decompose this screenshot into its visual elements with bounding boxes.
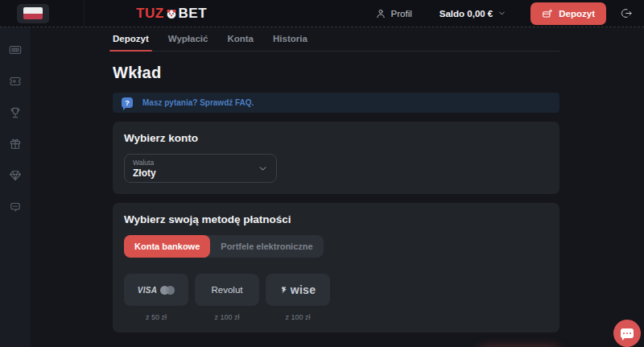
- gift-icon: [8, 137, 23, 151]
- sidebar-item-gifts[interactable]: [0, 128, 31, 159]
- account-card: Wybierz konto Waluta Złoty: [113, 122, 559, 194]
- currency-select-value: Złoty: [133, 167, 156, 179]
- chat-icon: [8, 200, 23, 214]
- currency-select-label: Waluta: [133, 159, 156, 167]
- logo-text-red: TUZ: [136, 6, 164, 22]
- visa-mastercard-tile[interactable]: VISA: [124, 274, 188, 306]
- wise-tile[interactable]: Wise: [266, 274, 330, 306]
- payment-card-title: Wybierz swoją metodę płatności: [124, 213, 548, 225]
- sidebar-item-casino[interactable]: [0, 34, 31, 65]
- tab-konta[interactable]: Konta: [227, 34, 254, 51]
- logout-button[interactable]: [621, 7, 633, 19]
- payment-type-bank[interactable]: Konta bankowe: [124, 235, 210, 258]
- chat-bubble-icon: [621, 328, 634, 338]
- wise-logo: Wise: [280, 283, 316, 296]
- body-row: Depozyt Wypłacić Konta Historia Wkład ? …: [0, 27, 644, 347]
- live-chat-fab[interactable]: [613, 320, 641, 347]
- payment-methods: VISA z 50 zł Revolut z 100 zł: [124, 274, 548, 321]
- topbar-right: Profil Saldo 0,00 € Depozyt: [375, 2, 644, 25]
- profile-button[interactable]: Profil: [375, 8, 412, 19]
- poland-flag-icon: [23, 7, 43, 19]
- payment-method-wise: Wise z 100 zł: [266, 274, 330, 321]
- tab-wyplacic[interactable]: Wypłacić: [168, 34, 208, 51]
- app-window: TUZ BET Profil Saldo 0,00 €: [0, 0, 644, 347]
- main-area: Depozyt Wypłacić Konta Historia Wkład ? …: [31, 27, 644, 347]
- mastercard-logo: [160, 286, 175, 295]
- min-amount-label: z 100 zł: [285, 313, 310, 321]
- sidebar-nav: [0, 27, 31, 347]
- sidebar-item-vip[interactable]: [0, 159, 31, 191]
- account-card-title: Wybierz konto: [124, 132, 548, 144]
- profile-icon: [375, 8, 386, 19]
- chevron-down-icon: [258, 163, 268, 174]
- payment-method-visa-mc: VISA z 50 zł: [124, 274, 188, 321]
- revolut-tile[interactable]: Revolut: [195, 274, 259, 306]
- visa-logo: VISA: [138, 286, 158, 295]
- faq-link[interactable]: Masz pytania? Sprawdź FAQ.: [142, 98, 254, 107]
- logo-text-white: BET: [179, 6, 208, 22]
- deposit-button[interactable]: Depozyt: [530, 2, 606, 25]
- slot-machine-icon: [8, 43, 23, 57]
- balance-dropdown[interactable]: Saldo 0,00 €: [440, 9, 506, 19]
- content-column: Depozyt Wypłacić Konta Historia Wkład ? …: [113, 27, 559, 347]
- deposit-button-label: Depozyt: [559, 9, 595, 19]
- question-bubble-icon: ?: [122, 97, 133, 108]
- payment-type-switch: Konta bankowe Portfele elektroniczne: [124, 235, 324, 258]
- payment-method-revolut: Revolut z 100 zł: [195, 274, 259, 321]
- sidebar-item-support[interactable]: [0, 191, 31, 222]
- ticket-icon: [8, 74, 23, 89]
- language-flag-button[interactable]: [17, 4, 49, 23]
- deposit-wallet-icon: [542, 8, 553, 19]
- min-amount-label: z 50 zł: [146, 313, 167, 321]
- wallet-tabs: Depozyt Wypłacić Konta Historia: [113, 27, 559, 52]
- payment-card: Wybierz swoją metodę płatności Konta ban…: [113, 203, 559, 333]
- chevron-down-icon: [497, 9, 506, 18]
- sidebar-item-tournaments[interactable]: [0, 97, 31, 128]
- trophy-icon: [8, 105, 23, 120]
- diamond-icon: [8, 168, 23, 183]
- mascot-icon: [165, 7, 178, 20]
- language-area: [0, 0, 85, 27]
- wise-flag-icon: [280, 285, 290, 295]
- logout-icon: [621, 7, 633, 19]
- sidebar-item-bonuses[interactable]: [0, 65, 31, 97]
- faq-banner: ? Masz pytania? Sprawdź FAQ.: [113, 93, 559, 113]
- currency-select[interactable]: Waluta Złoty: [124, 154, 277, 183]
- min-amount-label: z 100 zł: [214, 313, 239, 321]
- balance-text: Saldo 0,00 €: [440, 9, 493, 19]
- tab-depozyt[interactable]: Depozyt: [113, 34, 149, 51]
- brand-logo[interactable]: TUZ BET: [136, 6, 207, 22]
- page-title: Wkład: [113, 64, 559, 82]
- tab-historia[interactable]: Historia: [273, 34, 308, 51]
- profile-label: Profil: [391, 9, 412, 19]
- topbar: TUZ BET Profil Saldo 0,00 €: [0, 0, 644, 27]
- revolut-logo: Revolut: [212, 285, 243, 295]
- payment-type-ewallet[interactable]: Portfele elektroniczne: [210, 235, 323, 258]
